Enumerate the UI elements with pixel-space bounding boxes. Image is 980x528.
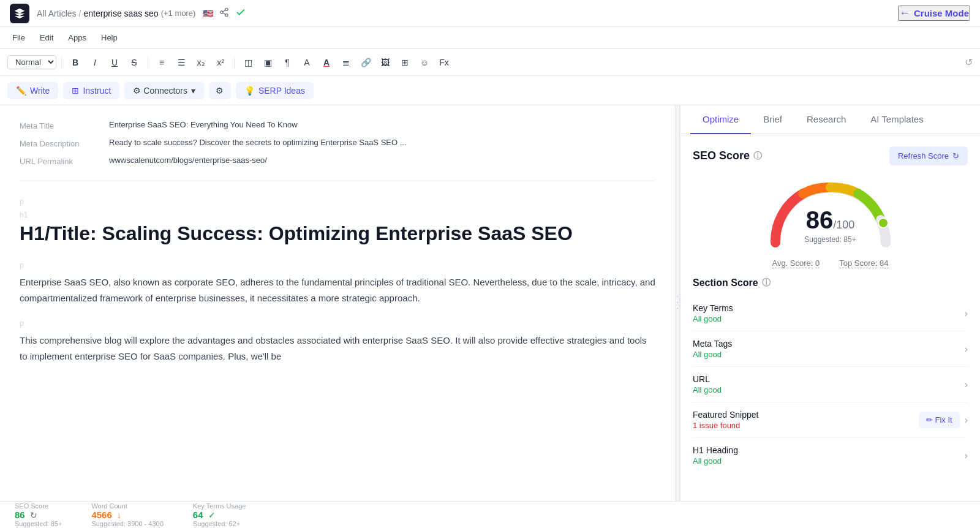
- font-color-button[interactable]: A: [318, 54, 335, 71]
- meta-title-row: Meta Title Enterprise SaaS SEO: Everythi…: [20, 120, 655, 130]
- strikethrough-button[interactable]: S: [126, 54, 143, 71]
- editor-area[interactable]: Meta Title Enterprise SaaS SEO: Everythi…: [0, 105, 675, 501]
- score-item-key-terms[interactable]: Key TermsAll good›: [693, 296, 968, 331]
- breadcrumb: All Articles / enterprise saas seo (+1 m…: [37, 7, 246, 20]
- score-item-name-2: URL: [693, 374, 722, 384]
- svg-point-1: [221, 11, 223, 13]
- write-button[interactable]: ✏️ Write: [7, 82, 58, 99]
- settings-button[interactable]: ⚙: [209, 82, 231, 99]
- tab-brief[interactable]: Brief: [751, 105, 794, 134]
- action-bar: ✏️ Write ⊞ Instruct ⚙ Connectors ▾ ⚙ 💡 S…: [0, 76, 980, 105]
- seo-score-label: SEO Score: [15, 502, 48, 510]
- section-score-header: Section Score ⓘ: [693, 277, 968, 289]
- gauge-wrap: 86/100 Suggested: 85+: [763, 175, 898, 249]
- score-item-h1-heading[interactable]: H1 HeadingAll good›: [693, 438, 968, 473]
- ordered-list-button[interactable]: ≡: [153, 54, 170, 71]
- meta-desc-row: Meta Description Ready to scale success?…: [20, 138, 655, 148]
- chevron-icon-0: ›: [965, 308, 968, 319]
- score-items-container: Key TermsAll good›Meta TagsAll good›URLA…: [693, 296, 968, 473]
- fix-it-button-3[interactable]: ✏ Fix It: [919, 412, 960, 428]
- superscript-button[interactable]: x²: [212, 54, 229, 71]
- h1-section: h1 H1/Title: Scaling Success: Optimizing…: [20, 211, 655, 245]
- keyterms-value: 64: [193, 510, 203, 520]
- breadcrumb-more[interactable]: (+1 more): [161, 9, 196, 18]
- h1-title[interactable]: H1/Title: Scaling Success: Optimizing En…: [20, 222, 655, 245]
- score-item-name-1: Meta Tags: [693, 339, 732, 349]
- score-item-right-3: ✏ Fix It›: [919, 412, 968, 428]
- score-item-status-1: All good: [693, 350, 732, 359]
- breadcrumb-current: enterprise saas seo: [83, 9, 158, 18]
- score-item-status-4: All good: [693, 456, 738, 466]
- svg-line-3: [223, 13, 226, 15]
- toolbar-separator-2: [148, 56, 148, 69]
- score-item-url[interactable]: URLAll good›: [693, 367, 968, 402]
- tab-optimize[interactable]: Optimize: [690, 105, 751, 134]
- connectors-dropdown-icon: ▾: [191, 86, 195, 96]
- emoji-button[interactable]: ☺: [416, 54, 433, 71]
- score-item-meta-tags[interactable]: Meta TagsAll good›: [693, 331, 968, 367]
- cruise-mode-button[interactable]: ← Cruise Mode: [898, 6, 970, 21]
- top-bar-right: ← Cruise Mode: [898, 6, 970, 21]
- meta-desc-label: Meta Description: [20, 138, 99, 148]
- breadcrumb-all-articles[interactable]: All Articles: [37, 9, 77, 18]
- meta-title-value[interactable]: Enterprise SaaS SEO: Everything You Need…: [109, 120, 655, 129]
- toolbar-separator-1: [61, 56, 62, 69]
- section-score-info-icon[interactable]: ⓘ: [762, 277, 771, 289]
- resize-handle[interactable]: · · ·: [675, 105, 680, 501]
- url-value[interactable]: wwwscalenutcom/blogs/enterprise-saas-seo…: [109, 156, 655, 165]
- underline-button[interactable]: U: [106, 54, 123, 71]
- tab-ai-templates[interactable]: AI Templates: [858, 105, 935, 134]
- indent-button[interactable]: ¶: [279, 54, 296, 71]
- avg-score-value: 0: [815, 258, 820, 268]
- menu-file[interactable]: File: [10, 31, 28, 45]
- serp-ideas-button[interactable]: 💡 SERP Ideas: [236, 82, 314, 99]
- menu-apps[interactable]: Apps: [66, 31, 89, 45]
- panel-content: SEO Score ⓘ Refresh Score ↻: [680, 134, 980, 501]
- code-button[interactable]: Fx: [435, 54, 453, 71]
- menu-edit[interactable]: Edit: [37, 31, 56, 45]
- score-item-name-3: Featured Snippet: [693, 410, 758, 420]
- align-justify-button[interactable]: ≣: [337, 54, 355, 71]
- chevron-icon-4: ›: [965, 450, 968, 461]
- keyterms-stat: Key Terms Usage 64 ✓ Suggested: 62+: [193, 502, 246, 527]
- score-item-right-4: ›: [965, 450, 968, 461]
- link-button[interactable]: 🔗: [357, 54, 374, 71]
- check-icon[interactable]: [235, 7, 246, 20]
- tab-research[interactable]: Research: [794, 105, 858, 134]
- score-item-status-0: All good: [693, 314, 733, 323]
- word-count-down-icon: ↓: [117, 510, 121, 520]
- refresh-score-button[interactable]: Refresh Score ↻: [889, 146, 968, 165]
- p-label-2: p: [20, 260, 655, 270]
- body-paragraph-1[interactable]: Enterprise SaaS SEO, also known as corpo…: [20, 274, 655, 306]
- seo-score-stat: SEO Score 86 ↻ Suggested: 85+: [15, 502, 62, 527]
- connectors-button[interactable]: ⚙ Connectors ▾: [124, 82, 204, 99]
- image-button[interactable]: 🖼: [377, 54, 394, 71]
- subscript-button[interactable]: x₂: [192, 54, 209, 71]
- seo-info-icon[interactable]: ⓘ: [753, 151, 762, 162]
- score-item-featured-snippet[interactable]: Featured Snippet1 issue found✏ Fix It›: [693, 402, 968, 438]
- menu-help[interactable]: Help: [99, 31, 120, 45]
- fix-icon: ✏: [926, 415, 933, 424]
- table-button[interactable]: ⊞: [396, 54, 413, 71]
- italic-button[interactable]: I: [86, 54, 104, 71]
- format-select[interactable]: Normal: [7, 55, 56, 69]
- body-paragraph-2[interactable]: This comprehensive blog will explore the…: [20, 333, 655, 364]
- write-icon: ✏️: [16, 86, 26, 96]
- toolbar: Normal B I U S ≡ ☰ x₂ x² ◫ ▣ ¶ A A ≣ 🔗 🖼…: [0, 49, 980, 76]
- toolbar-separator-3: [234, 56, 235, 69]
- share-icon[interactable]: [219, 7, 229, 19]
- p-label-1: p: [20, 196, 655, 206]
- seo-refresh-icon[interactable]: ↻: [30, 510, 37, 520]
- gauge-suggested: Suggested: 85+: [804, 235, 856, 244]
- history-button[interactable]: ↺: [965, 56, 973, 68]
- url-row: URL Permalink wwwscalenutcom/blogs/enter…: [20, 156, 655, 166]
- font-button[interactable]: A: [298, 54, 315, 71]
- align-left-button[interactable]: ◫: [239, 54, 257, 71]
- chevron-icon-1: ›: [965, 344, 968, 355]
- unordered-list-button[interactable]: ☰: [173, 54, 190, 71]
- meta-desc-value[interactable]: Ready to scale success? Discover the sec…: [109, 138, 655, 147]
- instruct-button[interactable]: ⊞ Instruct: [63, 82, 119, 99]
- svg-point-5: [878, 218, 888, 228]
- align-right-button[interactable]: ▣: [259, 54, 276, 71]
- bold-button[interactable]: B: [67, 54, 84, 71]
